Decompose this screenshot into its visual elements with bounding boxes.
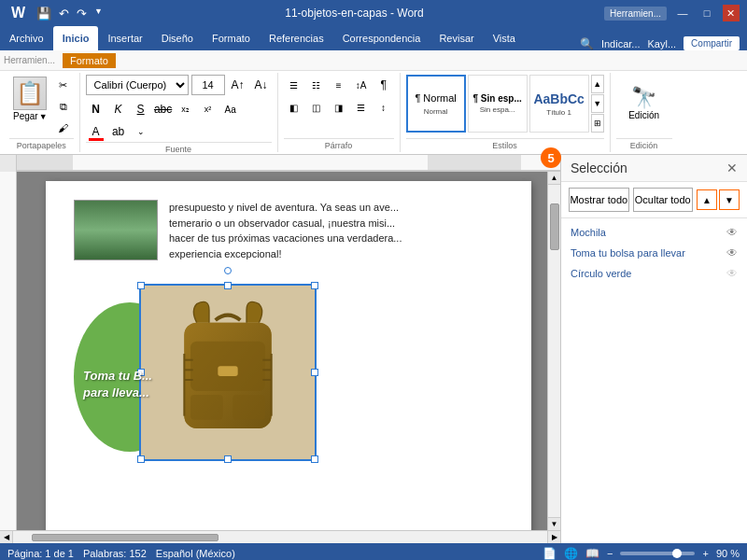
tab-referencias[interactable]: Referencias bbox=[260, 26, 333, 50]
svg-rect-7 bbox=[233, 395, 265, 420]
style-normal[interactable]: ¶ Normal Normal bbox=[406, 75, 466, 133]
redo-button[interactable]: ↷ bbox=[75, 5, 89, 22]
justify-button[interactable]: ☰ bbox=[351, 97, 372, 118]
zoom-slider[interactable] bbox=[620, 552, 695, 555]
layout-web-icon[interactable]: 🌐 bbox=[564, 547, 578, 560]
edicion-button[interactable]: 🔭 Edición bbox=[616, 75, 672, 131]
eye-icon-mochila[interactable]: 👁 bbox=[726, 226, 738, 239]
document-scroll-area[interactable]: presupuesto y nivel de aventura. Ya seas… bbox=[17, 172, 560, 530]
superscript-button[interactable]: x² bbox=[198, 99, 218, 119]
layer-item-mochila[interactable]: Mochila 👁 bbox=[561, 222, 747, 243]
underline-button[interactable]: S bbox=[131, 99, 151, 119]
tab-correspondencia[interactable]: Correspondencia bbox=[333, 26, 430, 50]
paste-dropdown-icon[interactable]: ▼ bbox=[39, 112, 48, 121]
tab-inicio[interactable]: Inicio bbox=[53, 26, 99, 50]
share-button[interactable]: Compartir bbox=[684, 36, 740, 50]
zoom-out-button[interactable]: − bbox=[607, 548, 613, 559]
align-left-button[interactable]: ◧ bbox=[284, 97, 304, 118]
show-marks-button[interactable]: ¶ bbox=[374, 75, 394, 95]
bullet-list-button[interactable]: ☰ bbox=[284, 75, 304, 95]
backpack-container[interactable] bbox=[139, 284, 317, 461]
layer-item-circulo[interactable]: Círculo verde 👁 bbox=[561, 263, 747, 284]
tab-diseno[interactable]: Diseño bbox=[152, 26, 203, 50]
move-up-button[interactable]: ▲ bbox=[697, 189, 717, 210]
parrafo-content: ☰ ☷ ≡ ↕A ¶ ◧ ◫ ◨ ☰ ↕ bbox=[284, 75, 394, 138]
handle-top-middle[interactable] bbox=[224, 282, 232, 289]
scroll-right-button[interactable]: ▶ bbox=[547, 531, 560, 544]
sort-button[interactable]: ↕A bbox=[351, 75, 372, 95]
align-center-button[interactable]: ◫ bbox=[306, 97, 327, 118]
font-size-increase-button[interactable]: A↑ bbox=[228, 75, 248, 95]
layout-read-icon[interactable]: 📖 bbox=[585, 547, 599, 560]
font-size-decrease-button[interactable]: A↓ bbox=[251, 75, 272, 95]
save-button[interactable]: 💾 bbox=[35, 5, 53, 22]
bold-button[interactable]: N bbox=[86, 99, 106, 119]
line-spacing-button[interactable]: ↕ bbox=[374, 97, 394, 118]
scroll-left-button[interactable]: ◀ bbox=[0, 531, 13, 544]
handle-middle-right[interactable] bbox=[311, 369, 318, 376]
close-button[interactable]: ✕ bbox=[723, 5, 740, 21]
tab-insertar[interactable]: Insertar bbox=[98, 26, 151, 50]
show-all-button[interactable]: Mostrar todo bbox=[569, 188, 629, 212]
scroll-thumb[interactable] bbox=[550, 203, 559, 250]
undo-button[interactable]: ↶ bbox=[57, 5, 71, 22]
font-size-input[interactable] bbox=[191, 75, 225, 95]
tab-formato[interactable]: Formato bbox=[203, 26, 260, 50]
copy-button[interactable]: ⧉ bbox=[53, 96, 74, 117]
align-right-button[interactable]: ◨ bbox=[329, 97, 349, 118]
handle-bottom-left[interactable] bbox=[137, 455, 145, 463]
hide-all-button[interactable]: Ocultar todo bbox=[633, 188, 694, 212]
scrollbar-horizontal: ◀ ▶ bbox=[0, 530, 560, 543]
portapapeles-content: 📋 Pegar ▼ ✂ ⧉ 🖌 bbox=[9, 75, 74, 138]
h-scroll-thumb[interactable] bbox=[32, 534, 218, 541]
scroll-down-button[interactable]: ▼ bbox=[548, 517, 560, 530]
maximize-button[interactable]: □ bbox=[698, 5, 715, 21]
minimize-button[interactable]: — bbox=[674, 5, 691, 21]
handle-bottom-right[interactable] bbox=[311, 455, 318, 463]
zoom-in-button[interactable]: + bbox=[702, 548, 708, 559]
customize-quick-access[interactable]: ▼ bbox=[92, 5, 105, 22]
font-color-button[interactable]: A bbox=[86, 121, 106, 142]
paste-button[interactable]: 📋 Pegar ▼ bbox=[9, 75, 51, 123]
panel-close-button[interactable]: ✕ bbox=[726, 161, 738, 175]
layout-print-icon[interactable]: 📄 bbox=[543, 547, 557, 560]
strikethrough-button[interactable]: abc bbox=[153, 99, 174, 119]
outline-list-button[interactable]: ≡ bbox=[329, 75, 349, 95]
numbered-list-button[interactable]: ☷ bbox=[306, 75, 327, 95]
document-title: 11-objetos-en-capas - Word bbox=[285, 7, 424, 20]
document-area: presupuesto y nivel de aventura. Ya seas… bbox=[0, 155, 560, 543]
rotation-handle[interactable] bbox=[224, 267, 232, 274]
layer-name-mochila: Mochila bbox=[571, 227, 721, 238]
highlight-button[interactable]: ab bbox=[108, 121, 129, 142]
italic-button[interactable]: K bbox=[108, 99, 129, 119]
handle-top-right[interactable] bbox=[311, 282, 318, 289]
ruler-h-content bbox=[17, 155, 560, 171]
font-name-selector[interactable]: Calibri (Cuerpo) bbox=[86, 75, 189, 95]
zoom-thumb bbox=[672, 549, 682, 558]
clear-format-button[interactable]: Aa bbox=[220, 99, 241, 119]
styles-expand[interactable]: ⊞ bbox=[591, 114, 604, 133]
cut-button[interactable]: ✂ bbox=[53, 75, 74, 95]
styles-scroll-up[interactable]: ▲ bbox=[591, 75, 604, 93]
style-no-spacing[interactable]: ¶ Sin esp... Sin espa... bbox=[468, 75, 528, 133]
move-down-button[interactable]: ▼ bbox=[719, 189, 740, 210]
style-title1[interactable]: AaBbCc Título 1 bbox=[529, 75, 589, 133]
font-expand-button[interactable]: ⌄ bbox=[131, 121, 151, 142]
eye-icon-circulo[interactable]: 👁 bbox=[726, 267, 738, 280]
tab-revisar[interactable]: Revisar bbox=[430, 26, 483, 50]
tab-archivo[interactable]: Archivo bbox=[0, 26, 53, 50]
tab-vista[interactable]: Vista bbox=[484, 26, 525, 50]
subscript-button[interactable]: x₂ bbox=[176, 99, 196, 119]
format-painter-button[interactable]: 🖌 bbox=[53, 118, 74, 138]
styles-scroll-down[interactable]: ▼ bbox=[591, 94, 604, 113]
panel-badge: 5 bbox=[541, 147, 561, 168]
style-no-spacing-label: Sin espa... bbox=[480, 105, 515, 114]
tab-formato-contextual[interactable]: Formato bbox=[63, 53, 116, 68]
handle-bottom-middle[interactable] bbox=[224, 455, 232, 463]
handle-top-left[interactable] bbox=[137, 282, 145, 289]
group-portapapeles: 📋 Pegar ▼ ✂ ⧉ 🖌 Portapapeles bbox=[4, 73, 80, 152]
scroll-up-button[interactable]: ▲ bbox=[548, 172, 560, 185]
layer-item-toma[interactable]: Toma tu bolsa para llevar 👁 bbox=[561, 243, 747, 263]
eye-icon-toma[interactable]: 👁 bbox=[726, 246, 738, 259]
svg-rect-5 bbox=[190, 342, 265, 391]
